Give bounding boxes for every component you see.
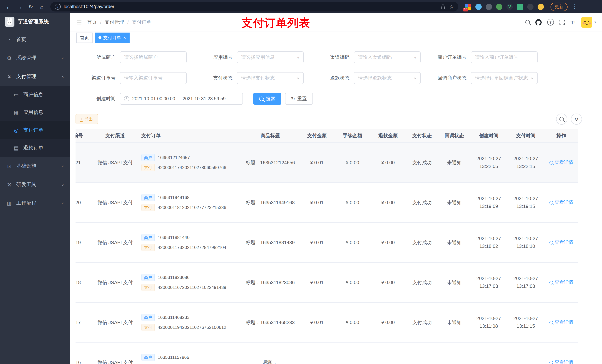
view-detail-link[interactable]: 查看详情	[549, 159, 573, 166]
channel-code-filter-label: 渠道编码	[310, 54, 354, 61]
callback-status-filter-label: 回调商户状态	[427, 75, 471, 81]
chevron-down-icon: ∨	[61, 201, 64, 205]
cell-order: 商户 1635311949168 支付 42000011812021102777…	[139, 191, 241, 214]
sidebar-item-infra[interactable]: ⊡ 基础设施 ∨	[0, 157, 70, 175]
channel-order-filter-input[interactable]: 请输入渠道订单号	[120, 72, 187, 84]
sidebar-item-devtools[interactable]: ⚒ 研发工具 ∨	[0, 175, 70, 194]
sidebar-item-pay[interactable]: ¥ 支付管理 ∧	[0, 67, 70, 86]
bookmark-star-icon[interactable]: ☆	[449, 4, 454, 10]
cell-action: 查看详情	[544, 279, 578, 286]
chevron-down-icon: ∨	[61, 165, 64, 168]
app-filter-select[interactable]: 请选择应用信息 ∨	[237, 52, 304, 63]
user-menu[interactable]: ▾	[581, 17, 596, 28]
merchant-order-filter-input[interactable]: 请输入商户订单编号	[471, 52, 538, 63]
share-icon[interactable]	[441, 4, 446, 10]
vue-devtools-icon[interactable]: V	[506, 3, 513, 10]
sidebar-toggle-icon[interactable]: ☰	[76, 18, 82, 26]
sidebar-item-workflow[interactable]: ▥ 工作流程 ∨	[0, 194, 70, 212]
home-icon[interactable]: ⌂	[37, 2, 47, 11]
sidebar-item-app-info[interactable]: ▦ 应用信息	[0, 104, 70, 121]
export-button[interactable]: ↓ 导出	[75, 114, 98, 124]
view-detail-link[interactable]: 查看详情	[549, 359, 573, 364]
breadcrumb-pay[interactable]: 支付管理	[105, 19, 124, 26]
toggle-search-button[interactable]	[556, 114, 567, 125]
reset-button[interactable]: ↻ 重置	[285, 93, 313, 105]
font-size-icon[interactable]: TT	[570, 20, 576, 25]
tab-home[interactable]: 首页	[76, 32, 93, 43]
help-icon[interactable]: ?	[547, 19, 554, 26]
browser-update-button[interactable]: 更新	[550, 2, 568, 11]
search-button[interactable]: 搜索	[253, 93, 281, 105]
tab-pay-order[interactable]: 支付订单 ×	[95, 32, 129, 43]
extension-icon[interactable]	[486, 3, 492, 10]
app: 芋道管理系统 ◔ 首页 ⚙ 系统管理 ∨ ¥ 支付管理 ∧ ▭ 商户信息	[0, 13, 602, 364]
extension-grid-icon[interactable]: 10	[465, 3, 471, 10]
refresh-table-button[interactable]: ↻	[571, 114, 582, 125]
chevron-down-icon: ∨	[61, 183, 64, 186]
channel-code-filter-select[interactable]: 请输入渠道编码 ∨	[354, 52, 420, 63]
merchant-filter-input[interactable]: 请选择所属商户	[120, 52, 187, 63]
main-area: ☰ 首页 / 支付管理 / 支付订单 支付订单列表 ?	[70, 13, 602, 364]
merchant-badge: 商户	[141, 234, 155, 241]
site-info-icon[interactable]: i	[55, 4, 61, 10]
sidebar: 芋道管理系统 ◔ 首页 ⚙ 系统管理 ∨ ¥ 支付管理 ∧ ▭ 商户信息	[0, 13, 70, 364]
cell-title: 标题：1635312124656	[241, 159, 299, 166]
search-icon	[549, 201, 553, 204]
grid-icon: ▦	[13, 110, 19, 115]
view-detail-link[interactable]: 查看详情	[549, 239, 573, 246]
profile-avatar-icon[interactable]	[538, 3, 544, 10]
close-icon[interactable]: ×	[123, 35, 126, 40]
fullscreen-icon[interactable]	[559, 20, 565, 25]
browser-menu-icon[interactable]: ⋮	[572, 3, 578, 10]
chevron-down-icon: ∨	[531, 76, 534, 80]
callback-status-filter-select[interactable]: 请选择订单回调商户状态 ∨	[471, 72, 538, 84]
chevron-up-icon: ∧	[61, 75, 64, 78]
extension-chat-icon[interactable]	[517, 3, 523, 10]
cell-channel: 微信 JSAPI 支付	[91, 279, 139, 286]
sidebar-item-home[interactable]: ◔ 首页	[0, 30, 70, 49]
cell-notify-status: 未通知	[438, 239, 470, 246]
date-range-input[interactable]: 2021-10-01 00:00:00 - 2021-10-31 23:59:5…	[120, 93, 243, 105]
sidebar-item-refund-order[interactable]: ▤ 退款订单	[0, 139, 70, 157]
merchant-badge: 商户	[141, 314, 155, 321]
view-detail-link[interactable]: 查看详情	[549, 319, 573, 325]
chevron-down-icon: ∨	[297, 76, 300, 80]
back-icon[interactable]: ←	[4, 2, 13, 11]
search-icon[interactable]	[525, 20, 530, 24]
briefcase-icon: ▥	[6, 200, 12, 206]
table-header: 编号 支付渠道 支付订单 商品标题 支付金额 手续金额 退款金额 支付状态 回调…	[75, 129, 578, 143]
github-icon[interactable]	[535, 19, 542, 25]
forward-icon[interactable]: →	[15, 2, 24, 11]
merchant-order-no: 1635312124657	[158, 155, 190, 160]
cell-create-time: 2021-10-27 13:22:05	[470, 155, 507, 170]
cell-title: 标题：	[241, 359, 299, 364]
refresh-icon: ↻	[291, 96, 295, 101]
view-detail-link[interactable]: 查看详情	[549, 279, 573, 286]
cell-order: 商户 1635311823086 支付 42000011672021102710…	[139, 271, 241, 294]
sidebar-item-merchant-info[interactable]: ▭ 商户信息	[0, 86, 70, 104]
refund-status-filter-select[interactable]: 请选择退款状态 ∨	[354, 72, 420, 84]
breadcrumb-current: 支付订单	[132, 19, 151, 26]
extensions-pin-icon[interactable]	[527, 3, 534, 10]
chevron-down-icon: ∨	[61, 56, 64, 60]
date-start: 2021-10-01 00:00:00	[132, 96, 175, 101]
merchant-badge: 商户	[141, 154, 155, 161]
cell-title: 标题：1635311823086	[241, 279, 299, 286]
table-row: 18 微信 JSAPI 支付 商户 1635311823086 支付 42000…	[75, 263, 578, 302]
sidebar-item-pay-order[interactable]: ◎ 支付订单	[0, 121, 70, 139]
cell-pay-time: 2021-10-27 13:18:10	[507, 235, 544, 250]
address-bar[interactable]: i localhost:1024/pay/order ☆	[50, 2, 458, 11]
extension-icon[interactable]	[496, 3, 502, 10]
cell-title: 标题：1635311881439	[241, 239, 299, 246]
breadcrumb-home[interactable]: 首页	[87, 19, 97, 26]
cell-pay-time: 2021-10-27 13:22:15	[507, 155, 544, 170]
reload-icon[interactable]: ↻	[26, 2, 35, 11]
search-icon	[259, 96, 264, 101]
cell-create-time: 2021-10-27 13:19:09	[470, 195, 507, 210]
download-icon: ↓	[80, 117, 82, 122]
sidebar-item-system[interactable]: ⚙ 系统管理 ∨	[0, 49, 70, 67]
view-detail-link[interactable]: 查看详情	[549, 199, 573, 206]
extension-drop-icon[interactable]	[475, 3, 482, 10]
chevron-down-icon: ∨	[414, 56, 417, 59]
pay-status-filter-select[interactable]: 请选择支付状态 ∨	[237, 72, 304, 84]
